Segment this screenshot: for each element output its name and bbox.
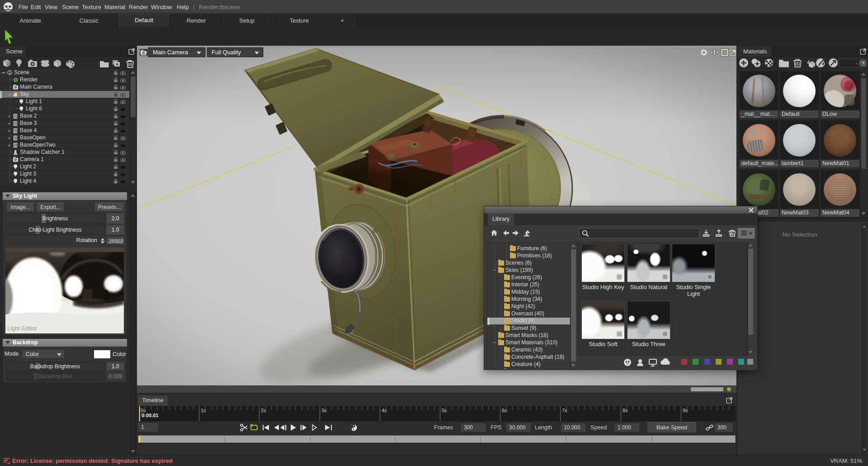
svg-text:Light Editor: Light Editor	[7, 325, 37, 332]
